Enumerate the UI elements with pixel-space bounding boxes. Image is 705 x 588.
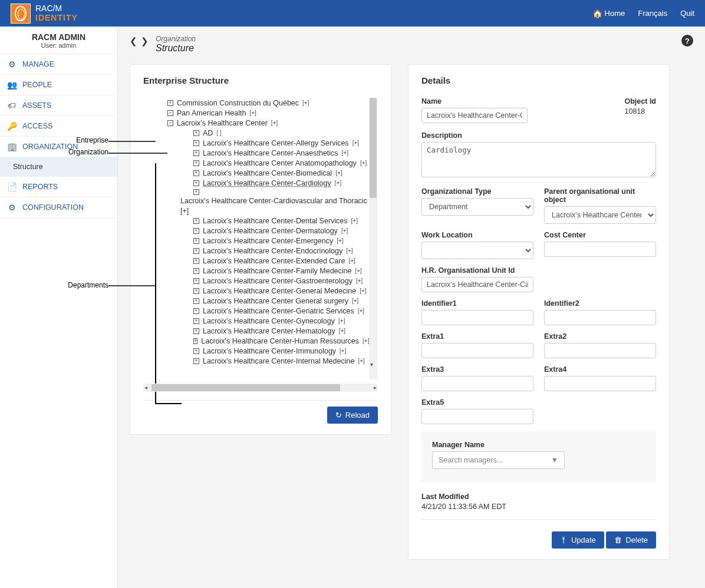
nav-structure[interactable]: Structure [0,157,117,177]
expand-icon[interactable]: + [193,238,199,244]
inline-link-icon[interactable]: [+] [271,120,278,126]
expand-icon[interactable]: + [193,328,199,334]
nav-back-icon[interactable]: ❮ [130,36,137,47]
tree-node[interactable]: +Lacroix's Healthcare Center General sur… [167,296,369,306]
inline-link-icon[interactable]: [+] [360,160,367,166]
inline-link-icon[interactable]: [+] [341,227,348,234]
name-input[interactable] [421,108,528,123]
horizontal-scrollbar[interactable]: ◂ ▸ [143,384,378,392]
quit-link[interactable]: Quit [680,9,694,18]
inline-link-icon[interactable]: [+] [351,217,358,224]
tree-node[interactable]: +Lacroix's Healthcare Center-Emergency [… [167,236,369,246]
expand-icon[interactable]: + [193,180,199,186]
update-button[interactable]: ⭱Update [552,531,604,549]
inline-link-icon[interactable]: [+] [342,150,348,156]
expand-icon[interactable]: + [193,130,199,136]
tree-node[interactable]: +Lacroix's Healthcare Center-Gynecology … [167,316,369,326]
expand-icon[interactable]: + [193,170,199,176]
parent-select[interactable]: Lacroix's Healthcare Center [544,206,656,224]
expand-icon[interactable]: − [167,120,173,126]
inline-link-icon[interactable]: [+] [249,110,256,116]
tree-node[interactable]: Lacroix's Healthcare Center-Cardiovascul… [167,196,369,206]
tree-node[interactable]: +Lacroix's Healthcare Center-Internal Me… [167,356,369,366]
expand-icon[interactable]: + [193,308,199,314]
tree-node[interactable]: +Lacroix's Healthcare Center-Anaesthetic… [167,148,369,158]
tree-node[interactable]: +Lacroix's Healthcare Center-Geriatric S… [167,306,369,316]
nav-configuration[interactable]: ⚙CONFIGURATION [0,197,117,218]
inline-link-icon[interactable]: [+] [338,318,345,324]
inline-link-icon[interactable]: [+] [335,180,341,186]
inline-link-icon[interactable]: [+] [363,338,369,344]
inline-link-icon[interactable]: [+] [356,278,363,284]
expand-icon[interactable]: + [193,150,199,156]
inline-link-icon[interactable]: [+] [355,267,361,274]
expand-icon[interactable]: + [193,338,197,344]
reload-button[interactable]: ↻Reload [327,407,378,424]
expand-icon[interactable]: − [167,110,173,116]
expand-icon[interactable]: + [193,358,199,364]
hr-input[interactable] [421,277,533,292]
tree-node[interactable]: +Lacroix's Healthcare Center-Biomedical … [167,168,369,178]
tree-node[interactable]: +Lacroix's Healthcare Center-Family Mede… [167,266,369,276]
expand-icon[interactable]: + [167,100,173,106]
tree-node[interactable]: +Lacroix's Healthcare Center Anatomopath… [167,158,369,168]
expand-icon[interactable]: + [193,248,199,254]
expand-icon[interactable]: + [193,189,199,195]
expand-icon[interactable]: + [193,140,199,146]
tree-node[interactable]: +Lacroix's Healthcare Center-Extended Ca… [167,256,369,266]
expand-icon[interactable]: + [193,318,199,324]
nav-access[interactable]: 🔑ACCESS [0,116,117,137]
orgtype-select[interactable]: Department [421,198,533,216]
tree-node[interactable]: +Lacroix's Healthcare Center-General Med… [167,286,369,296]
scroll-right-icon[interactable]: ▸ [374,384,377,391]
expand-icon[interactable]: + [193,288,199,294]
expand-icon[interactable]: + [193,348,199,354]
manager-combo[interactable]: Search managers... ▼ [432,451,565,469]
workloc-select[interactable] [421,242,533,259]
nav-assets[interactable]: 🏷ASSETS [0,95,117,116]
tree-node[interactable]: +Lacroix's Healthcare Center-Allergy Ser… [167,138,369,148]
scroll-down-icon[interactable]: ▾ [370,361,373,368]
inline-link-icon[interactable]: [+] [335,170,342,176]
inline-link-icon[interactable]: [+] [340,348,346,354]
nav-down-icon[interactable]: ❯ [141,36,149,47]
expand-icon[interactable]: + [193,160,199,166]
tree-node[interactable]: +Lacroix's Healthcare Center-Cardiology … [167,178,369,188]
inline-link-icon[interactable]: [+] [352,140,359,146]
inline-link-icon[interactable]: [+] [339,328,345,334]
tree-node[interactable]: +Lacroix's Healthcare Center-Dermatology… [167,226,369,236]
tree-node[interactable]: −Pan American Health [+] [167,108,369,118]
expand-icon[interactable]: + [193,298,199,304]
vertical-scrollbar[interactable]: ▴ ▾ [369,98,377,379]
inline-link-icon[interactable]: [+] [337,237,343,244]
e4-input[interactable] [544,376,656,391]
inline-link-icon[interactable]: [+] [348,257,355,264]
inline-link-icon[interactable]: [+] [358,308,364,314]
inline-link-icon[interactable]: [+] [346,247,352,254]
expand-icon[interactable]: + [193,258,199,264]
expand-icon[interactable]: + [193,278,199,284]
tree-node[interactable]: +Lacroix's Healthcare Center-Human Resso… [167,336,369,346]
inline-link-icon[interactable]: [+] [352,298,358,304]
inline-link-icon[interactable]: [+] [360,288,366,294]
tree-node[interactable]: + [167,188,369,196]
help-icon[interactable]: ? [681,35,693,47]
tree-node[interactable]: +Lacroix's Healthcare Center-Endocrinolo… [167,246,369,256]
inline-link-icon[interactable]: [ ] [216,130,221,136]
tree-node[interactable]: +Lacroix's Healthcare Center-Immunology … [167,346,369,356]
cost-input[interactable] [544,242,656,257]
tree-node[interactable]: [+] [167,206,369,216]
expand-icon[interactable]: + [193,218,199,224]
tree-node[interactable]: +Commission Construction du Québec [+] [167,98,369,108]
e2-input[interactable] [544,343,656,358]
expand-icon[interactable]: + [193,228,199,234]
tree-node[interactable]: +Lacroix's Healthcare Center-Dental Serv… [167,216,369,226]
nav-manage[interactable]: ⚙MANAGE [0,54,117,75]
scroll-left-icon[interactable]: ◂ [144,384,147,391]
scroll-thumb-h[interactable] [151,384,340,391]
delete-button[interactable]: 🗑Delete [606,531,656,549]
tree-node[interactable]: +AD [ ] [167,128,369,138]
scroll-thumb[interactable] [370,98,377,198]
e3-input[interactable] [421,376,533,391]
e1-input[interactable] [421,343,533,358]
